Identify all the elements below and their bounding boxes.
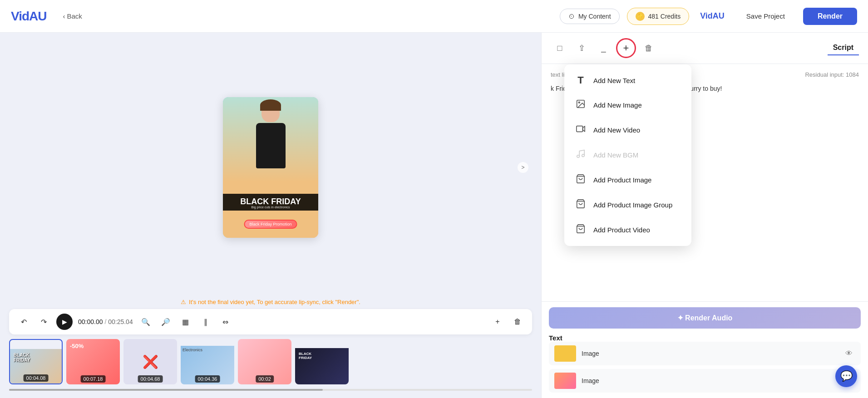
thumbnails-strip: BLACKFRIDAY 00:04.08 -50% 00:07.18 ❌ 00:… [9, 339, 532, 386]
video-content: BLACK FRIDAY Big price cuts in electroni… [223, 97, 318, 238]
video-preview: BLACK FRIDAY Big price cuts in electroni… [223, 97, 318, 238]
add-video-item[interactable]: Add New Video [564, 118, 691, 142]
chat-support-button[interactable]: 💬 [835, 365, 857, 387]
credits-button[interactable]: ✨ 481 Credits [627, 8, 690, 25]
thumbnail-3[interactable]: ❌ 00:04.68 [123, 339, 177, 384]
product-image-icon [575, 174, 586, 186]
add-element-plus-button[interactable]: + [616, 38, 636, 58]
header: VidAU ‹ Back ⏲ My Content ✨ 481 Credits … [0, 0, 868, 33]
my-content-button[interactable]: ⏲ My Content [560, 9, 620, 24]
warning-icon: ⚠ [181, 299, 186, 305]
thumb-bg-6: BLACKFRIDAY [295, 348, 349, 384]
warning-message: ⚠ It's not the final video yet, To get a… [9, 299, 532, 305]
layer-item-2[interactable]: Image 👁 [549, 369, 861, 393]
copy-button[interactable]: □ [551, 39, 569, 57]
back-button[interactable]: ‹ Back [58, 10, 88, 23]
timeline-scrollbar[interactable] [9, 389, 532, 391]
thumb-time-4: 00:04.36 [195, 375, 220, 383]
main-content: BLACK FRIDAY Big price cuts in electroni… [0, 33, 868, 398]
thumbnail-6[interactable]: BLACKFRIDAY [295, 339, 349, 384]
layer-thumb-2 [554, 373, 576, 389]
svg-point-3 [577, 155, 580, 158]
trash-button[interactable]: 🗑 [640, 39, 658, 57]
svg-point-1 [578, 102, 580, 103]
render-audio-button[interactable]: ✦ Render Audio [549, 307, 861, 329]
logo: VidAU [11, 9, 47, 24]
time-total: 00:25.04 [108, 318, 133, 325]
text-section-label: Text [549, 334, 861, 342]
add-product-video-item[interactable]: Add Product Video [564, 217, 691, 242]
layer-visibility-1[interactable]: 👁 [843, 347, 855, 360]
nav-arrow-right[interactable]: > [518, 162, 528, 173]
black-friday-title: BLACK FRIDAY [225, 197, 316, 206]
upload-button[interactable]: ⇪ [572, 39, 591, 57]
undo-button[interactable]: ↶ [16, 314, 31, 329]
clock-icon: ⏲ [568, 13, 575, 20]
timeline-controls: ↶ ↷ ▶ 00:00.00 / 00:25.04 🔍 🔎 ▦ ∥ ⇔ + 🗑 [9, 309, 532, 334]
add-product-image-item[interactable]: Add Product Image [564, 167, 691, 192]
time-display: 00:00.00 / 00:25.04 [78, 318, 133, 325]
thumbnail-4[interactable]: Electronics 00:04.36 [181, 339, 234, 384]
aspect-ratio-button[interactable]: ▦ [178, 314, 193, 329]
layers-list: Image 👁 Image 👁 [549, 342, 861, 393]
layer-thumb-1 [554, 345, 576, 362]
person-body [256, 123, 286, 168]
thumbnail-1[interactable]: BLACKFRIDAY 00:04.08 [9, 339, 63, 384]
dropdown-menu: T Add New Text Add New Image [564, 64, 691, 246]
filter-button[interactable]: ⎯ [594, 39, 612, 57]
person-head [261, 102, 280, 122]
video-icon [575, 124, 586, 136]
zoom-in-button[interactable]: 🔎 [158, 314, 173, 329]
thumbnail-5[interactable]: 00:02 [238, 339, 291, 384]
thumb-time-2: 00:07.18 [81, 375, 106, 383]
add-product-image-group-item[interactable]: Add Product Image Group [564, 192, 691, 217]
thumbnail-2[interactable]: -50% 00:07.18 [66, 339, 120, 384]
add-bgm-item: Add New BGM [564, 142, 691, 167]
right-panel: □ ⇪ ⎯ + 🗑 Script T Add New Text [541, 33, 868, 398]
left-panel: BLACK FRIDAY Big price cuts in electroni… [0, 33, 541, 398]
add-image-item[interactable]: Add New Image [564, 93, 691, 118]
thumb-time-3: 00:04.68 [138, 375, 163, 383]
text-icon: T [575, 74, 586, 86]
image-icon [575, 99, 586, 111]
promotion-badge: Black Friday Promotion [244, 220, 297, 229]
render-button[interactable]: Render [803, 8, 857, 25]
music-icon [575, 149, 586, 161]
toolbar: □ ⇪ ⎯ + 🗑 Script T Add New Text [542, 33, 868, 64]
bottom-panel: ✦ Render Audio Text Image 👁 Image 👁 [542, 301, 868, 398]
back-arrow-icon: ‹ [63, 12, 65, 20]
vidau-brand-logo: VidAU [696, 11, 728, 21]
add-track-button[interactable]: ⇔ [218, 314, 233, 329]
add-element-button[interactable]: + [490, 314, 505, 329]
layer-label-2: Image [582, 377, 837, 384]
video-preview-area: BLACK FRIDAY Big price cuts in electroni… [9, 40, 532, 295]
thumb-icon-3: ❌ [143, 354, 158, 369]
thumb-time-1: 00:04.08 [24, 374, 49, 382]
product-video-icon [575, 224, 586, 236]
play-button[interactable]: ▶ [56, 314, 73, 330]
save-project-button[interactable]: Save Project [735, 8, 796, 25]
residual-input: Residual input: 1084 [805, 71, 859, 78]
zoom-out-button[interactable]: 🔍 [138, 314, 153, 329]
black-friday-overlay: BLACK FRIDAY Big price cuts in electroni… [223, 194, 318, 211]
thumb-time-5: 00:02 [256, 375, 274, 383]
add-text-item[interactable]: T Add New Text [564, 68, 691, 93]
time-current: 00:00.00 [78, 318, 103, 325]
layer-item-1[interactable]: Image 👁 [549, 342, 861, 365]
split-button[interactable]: ∥ [198, 314, 213, 329]
script-tab[interactable]: Script [828, 41, 859, 55]
timeline-scrollbar-thumb [9, 389, 323, 391]
product-image-group-icon [575, 199, 586, 211]
svg-point-4 [582, 154, 585, 157]
svg-rect-2 [577, 126, 583, 132]
person-figure [243, 102, 298, 192]
black-friday-subtitle: Big price cuts in electronics [225, 206, 316, 209]
layer-label-1: Image [582, 350, 837, 357]
person-hair [260, 99, 281, 111]
delete-button[interactable]: 🗑 [510, 314, 525, 329]
credits-coin-icon: ✨ [636, 12, 645, 21]
redo-button[interactable]: ↷ [36, 314, 51, 329]
